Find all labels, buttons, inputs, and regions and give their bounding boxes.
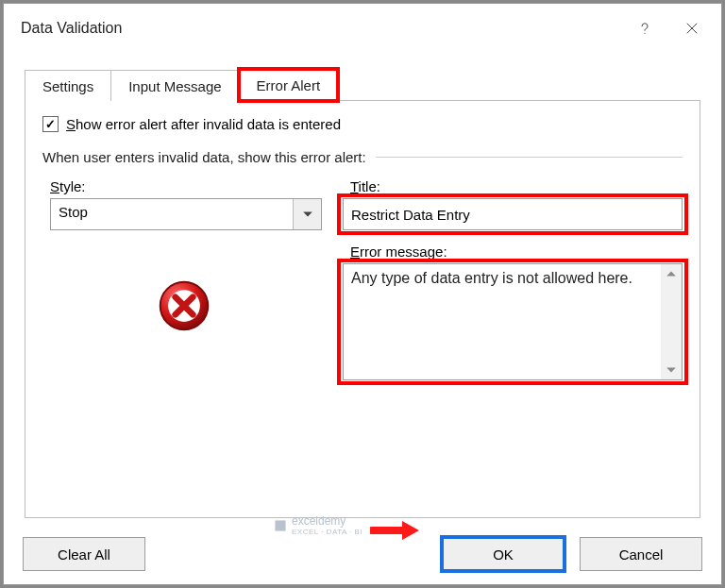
style-select[interactable]: Stop (50, 198, 322, 230)
error-message-scrollbar[interactable] (661, 264, 682, 379)
help-icon (636, 20, 653, 37)
style-label: Style: (50, 178, 326, 194)
error-message-wrap (343, 263, 683, 380)
show-alert-checkbox[interactable] (42, 116, 59, 132)
style-value: Stop (51, 199, 293, 229)
clear-all-button[interactable]: Clear All (23, 537, 145, 571)
tab-strip: Settings Input Message Error Alert (25, 68, 700, 101)
fields-row: Style: Stop (42, 173, 683, 380)
svg-point-0 (644, 33, 645, 34)
titlebar: Data Validation (4, 4, 721, 51)
group-caption-row: When user enters invalid data, show this… (42, 149, 683, 165)
dialog-buttons: Clear All OK Cancel (4, 531, 721, 584)
title-input[interactable] (343, 198, 683, 230)
show-alert-label: Show error alert after invalid data is e… (66, 116, 341, 132)
cancel-button[interactable]: Cancel (580, 537, 702, 571)
tab-error-alert[interactable]: Error Alert (239, 69, 339, 101)
scroll-up-icon (666, 268, 677, 279)
help-button[interactable] (621, 10, 668, 46)
stop-error-icon (156, 277, 212, 334)
error-message-input[interactable] (344, 264, 661, 379)
close-button[interactable] (668, 10, 716, 46)
data-validation-dialog: Data Validation Settings Input Message E… (3, 3, 722, 585)
left-column: Style: Stop (42, 173, 326, 380)
tab-panel-error-alert: Show error alert after invalid data is e… (25, 101, 700, 518)
scroll-down-icon (666, 364, 677, 376)
close-icon (683, 20, 700, 37)
error-message-label: Error message: (350, 244, 683, 260)
chevron-down-icon (302, 209, 313, 220)
style-dropdown-button[interactable] (293, 199, 321, 229)
ok-button[interactable]: OK (442, 537, 565, 571)
dialog-title: Data Validation (21, 20, 621, 37)
right-column: Title: Error message: (343, 173, 683, 380)
show-alert-row: Show error alert after invalid data is e… (42, 116, 683, 132)
title-label: Title: (350, 178, 683, 194)
tab-settings[interactable]: Settings (25, 70, 111, 101)
tab-input-message[interactable]: Input Message (110, 70, 239, 101)
dialog-content: Settings Input Message Error Alert Show … (4, 51, 721, 531)
style-preview (42, 277, 326, 334)
group-divider (376, 157, 683, 158)
group-caption: When user enters invalid data, show this… (42, 149, 366, 165)
